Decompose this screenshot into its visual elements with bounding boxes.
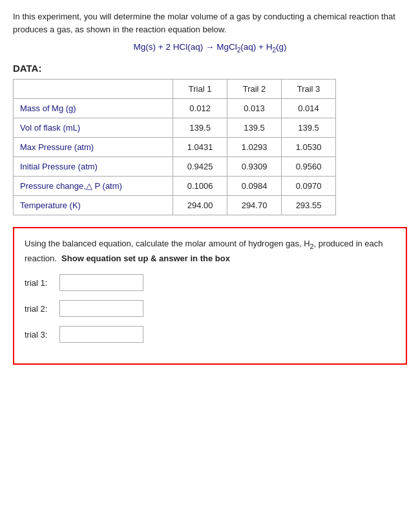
table-row: Max Pressure (atm)1.04311.02931.0530 bbox=[14, 137, 336, 156]
row-cell: 0.013 bbox=[227, 98, 282, 118]
table-row: Initial Pressure (atm)0.94250.93090.9560 bbox=[14, 156, 336, 176]
row-label: Mass of Mg (g) bbox=[14, 98, 173, 118]
row-cell: 0.9560 bbox=[282, 156, 336, 176]
question-text: Using the balanced equation, calculate t… bbox=[25, 237, 395, 266]
trial3-row: trial 3: bbox=[25, 326, 395, 343]
trial2-label: trial 2: bbox=[25, 304, 59, 314]
row-label: Vol of flask (mL) bbox=[14, 118, 173, 137]
row-label: Max Pressure (atm) bbox=[14, 137, 173, 156]
col-header-trail3: Trail 3 bbox=[282, 79, 336, 98]
row-cell: 0.9425 bbox=[173, 156, 227, 176]
question-bold: Show equation set up & answer in the box bbox=[61, 253, 230, 263]
trial1-label: trial 1: bbox=[25, 278, 59, 288]
row-cell: 1.0530 bbox=[282, 137, 336, 156]
table-row: Pressure change,△ P (atm)0.10060.09840.0… bbox=[14, 176, 336, 195]
row-cell: 294.00 bbox=[173, 195, 227, 215]
col-header-trial1: Trial 1 bbox=[173, 79, 227, 98]
trial2-input[interactable] bbox=[59, 300, 143, 317]
chemical-equation: Mg(s) + 2 HCl(aq) → MgCl2(aq) + H2(g) bbox=[13, 42, 407, 54]
data-table: Trial 1 Trail 2 Trail 3 Mass of Mg (g)0.… bbox=[13, 79, 336, 215]
row-cell: 1.0431 bbox=[173, 137, 227, 156]
trial1-input[interactable] bbox=[59, 274, 143, 291]
trial3-label: trial 3: bbox=[25, 330, 59, 340]
data-heading: DATA: bbox=[13, 63, 407, 74]
row-cell: 139.5 bbox=[173, 118, 227, 137]
trial1-row: trial 1: bbox=[25, 274, 395, 291]
question-box: Using the balanced equation, calculate t… bbox=[13, 227, 407, 365]
row-label: Initial Pressure (atm) bbox=[14, 156, 173, 176]
col-header-trail2: Trail 2 bbox=[227, 79, 282, 98]
row-label: Temperature (K) bbox=[14, 195, 173, 215]
row-cell: 139.5 bbox=[227, 118, 282, 137]
row-cell: 0.012 bbox=[173, 98, 227, 118]
table-row: Mass of Mg (g)0.0120.0130.014 bbox=[14, 98, 336, 118]
trial2-row: trial 2: bbox=[25, 300, 395, 317]
table-row: Vol of flask (mL)139.5139.5139.5 bbox=[14, 118, 336, 137]
row-cell: 0.1006 bbox=[173, 176, 227, 195]
intro-paragraph: In this experiment, you will determine t… bbox=[13, 10, 407, 36]
col-header-label bbox=[14, 79, 173, 98]
row-cell: 0.9309 bbox=[227, 156, 282, 176]
row-cell: 139.5 bbox=[282, 118, 336, 137]
row-cell: 293.55 bbox=[282, 195, 336, 215]
row-cell: 294.70 bbox=[227, 195, 282, 215]
row-cell: 0.014 bbox=[282, 98, 336, 118]
row-label: Pressure change,△ P (atm) bbox=[14, 176, 173, 195]
row-cell: 1.0293 bbox=[227, 137, 282, 156]
trial3-input[interactable] bbox=[59, 326, 143, 343]
row-cell: 0.0970 bbox=[282, 176, 336, 195]
table-row: Temperature (K)294.00294.70293.55 bbox=[14, 195, 336, 215]
row-cell: 0.0984 bbox=[227, 176, 282, 195]
